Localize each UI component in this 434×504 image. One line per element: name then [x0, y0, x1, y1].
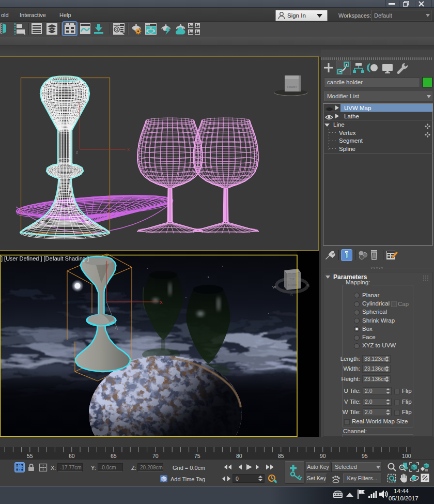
- svg-text:x: x: [127, 147, 130, 152]
- svg-text:W: W: [272, 285, 276, 289]
- svg-text:70: 70: [152, 453, 159, 459]
- svg-text:55: 55: [27, 453, 33, 459]
- svg-text:80: 80: [236, 453, 242, 459]
- svg-text:FRONT: FRONT: [288, 283, 297, 286]
- svg-text:TOP: TOP: [289, 278, 295, 281]
- svg-text:100: 100: [402, 453, 411, 459]
- svg-text:85: 85: [278, 453, 284, 459]
- svg-text:] [User Defined ] [Default Sha: ] [User Defined ] [Default Shading ]: [1, 255, 89, 262]
- svg-text:90: 90: [320, 453, 326, 459]
- svg-text:X: X: [160, 300, 163, 305]
- svg-text:z: z: [115, 326, 117, 329]
- svg-text:E: E: [307, 283, 310, 287]
- svg-text:75: 75: [194, 453, 200, 459]
- svg-text:S: S: [290, 293, 293, 297]
- svg-text:60: 60: [69, 453, 75, 459]
- svg-text:65: 65: [111, 453, 117, 459]
- svg-text:FRONT: FRONT: [287, 85, 298, 88]
- svg-text:z: z: [76, 150, 78, 155]
- svg-text:95: 95: [362, 453, 368, 459]
